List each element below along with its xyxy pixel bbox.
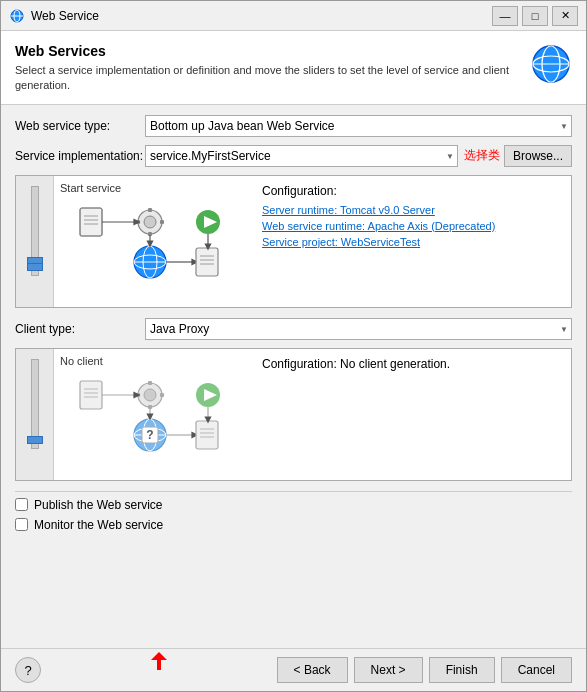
maximize-button[interactable]: □ [522, 6, 548, 26]
svg-rect-43 [160, 393, 164, 397]
header-title: Web Services [15, 43, 520, 59]
monitor-label[interactable]: Monitor the Web service [34, 518, 163, 532]
service-slider-area [16, 176, 54, 307]
close-button[interactable]: ✕ [552, 6, 578, 26]
svg-marker-60 [151, 652, 167, 660]
svg-rect-61 [157, 660, 161, 670]
title-bar: Web Service — □ ✕ [1, 1, 586, 31]
config-title: Configuration: [262, 184, 563, 198]
client-type-row: Client type: Java Proxy [15, 318, 572, 340]
config-link-server[interactable]: Server runtime: Tomcat v9.0 Server [262, 204, 563, 216]
cancel-button[interactable]: Cancel [501, 657, 572, 683]
client-config-title: Configuration: No client generation. [262, 357, 563, 371]
service-panel: Start service [15, 175, 572, 308]
bottom-left: ? [15, 657, 41, 683]
main-content: Web service type: Bottom up Java bean We… [1, 105, 586, 648]
client-config: Configuration: No client generation. [254, 349, 571, 480]
bottom-bar: ? < Back Next > Finish Cancel [1, 648, 586, 691]
title-bar-controls: — □ ✕ [492, 6, 578, 26]
service-impl-row: Service implementation: service.MyFirstS… [15, 145, 572, 167]
publish-label[interactable]: Publish the Web service [34, 498, 163, 512]
client-diagram: No client [54, 349, 254, 480]
client-type-label: Client type: [15, 322, 145, 336]
header-section: Web Services Select a service implementa… [1, 31, 586, 105]
header-icon [530, 43, 572, 88]
window-icon [9, 8, 25, 24]
svg-rect-15 [148, 208, 152, 212]
monitor-checkbox[interactable] [15, 518, 28, 531]
client-slider-thumb[interactable] [27, 436, 43, 444]
back-button[interactable]: < Back [277, 657, 348, 683]
client-panel: No client [15, 348, 572, 481]
finish-button[interactable]: Finish [429, 657, 495, 683]
svg-rect-34 [80, 381, 102, 409]
client-slider-area [16, 349, 54, 480]
config-link-project[interactable]: Service project: WebServiceTest [262, 236, 563, 248]
publish-checkbox[interactable] [15, 498, 28, 511]
slider-thumb-bottom[interactable] [27, 263, 43, 271]
service-type-select-wrapper: Bottom up Java bean Web Service [145, 115, 572, 137]
svg-text:?: ? [146, 428, 153, 442]
service-type-row: Web service type: Bottom up Java bean We… [15, 115, 572, 137]
svg-rect-18 [160, 220, 164, 224]
header-text: Web Services Select a service implementa… [15, 43, 520, 94]
service-config: Configuration: Server runtime: Tomcat v9… [254, 176, 571, 307]
monitor-checkbox-row: Monitor the Web service [15, 518, 572, 532]
header-desc: Select a service implementation or defin… [15, 63, 520, 94]
svg-rect-40 [148, 381, 152, 385]
service-slider-track[interactable] [31, 186, 39, 276]
service-type-label: Web service type: [15, 119, 145, 133]
client-panel-label: No client [60, 355, 248, 367]
chinese-hint: 选择类 [464, 147, 500, 164]
service-diagram-svg [60, 198, 240, 298]
svg-rect-8 [80, 208, 102, 236]
publish-checkbox-row: Publish the Web service [15, 498, 572, 512]
window-title: Web Service [31, 9, 492, 23]
svg-rect-55 [196, 421, 218, 449]
client-type-select[interactable]: Java Proxy [145, 318, 572, 340]
next-button[interactable]: Next > [354, 657, 423, 683]
minimize-button[interactable]: — [492, 6, 518, 26]
client-type-select-wrapper: Java Proxy [145, 318, 572, 340]
config-link-runtime[interactable]: Web service runtime: Apache Axis (Deprec… [262, 220, 563, 232]
client-slider-track[interactable] [31, 359, 39, 449]
service-panel-label: Start service [60, 182, 248, 194]
service-type-select[interactable]: Bottom up Java bean Web Service [145, 115, 572, 137]
service-impl-select-wrapper: service.MyFirstService [145, 145, 458, 167]
bottom-buttons: < Back Next > Finish Cancel [277, 657, 572, 683]
browse-button[interactable]: Browse... [504, 145, 572, 167]
svg-rect-28 [196, 248, 218, 276]
service-impl-label: Service implementation: [15, 149, 145, 163]
service-diagram: Start service [54, 176, 254, 307]
client-diagram-svg: ? [60, 371, 240, 471]
svg-point-39 [144, 389, 156, 401]
window: Web Service — □ ✕ Web Services Select a … [0, 0, 587, 692]
help-button[interactable]: ? [15, 657, 41, 683]
arrow-indicator [147, 648, 171, 675]
service-impl-select[interactable]: service.MyFirstService [145, 145, 458, 167]
svg-point-14 [144, 216, 156, 228]
divider [15, 491, 572, 492]
